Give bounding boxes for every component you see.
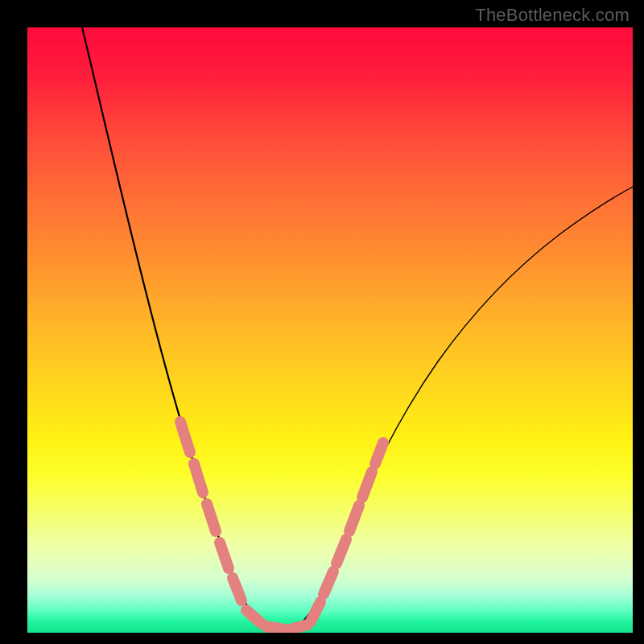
watermark-text: TheBottleneck.com	[475, 5, 630, 26]
highlight-left-5	[233, 578, 242, 601]
curve-left-branch	[82, 27, 272, 631]
curve-right-branch-upper	[365, 187, 633, 490]
highlight-bottom-2	[266, 626, 285, 630]
highlight-left-3	[207, 504, 216, 531]
highlight-right-4	[349, 506, 359, 531]
highlight-right-6	[375, 443, 383, 464]
chart-frame: TheBottleneck.com	[0, 0, 644, 644]
highlight-bottom-1	[246, 610, 261, 623]
highlight-left-4	[220, 543, 229, 568]
curve-svg	[27, 27, 633, 633]
plot-area	[27, 27, 633, 633]
highlight-bottom-3	[290, 625, 308, 630]
highlight-right-3	[336, 539, 346, 564]
highlight-left-2	[194, 464, 203, 493]
highlight-right-2	[324, 572, 333, 594]
highlight-right-1	[311, 602, 320, 621]
highlight-left-1	[180, 422, 190, 452]
highlight-right-5	[362, 472, 372, 497]
